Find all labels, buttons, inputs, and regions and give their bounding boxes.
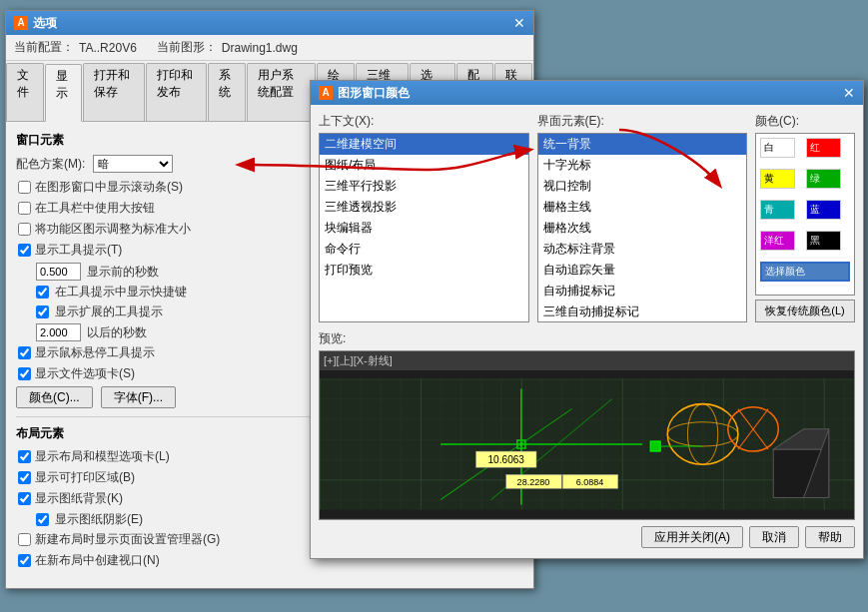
color-white[interactable]: 白 (760, 138, 795, 158)
context-item-print-preview[interactable]: 打印预览 (320, 260, 528, 281)
interface-label: 界面元素(E): (537, 113, 748, 130)
lcb1-label: 显示布局和模型选项卡(L) (35, 448, 170, 465)
color-button[interactable]: 颜色(C)... (16, 386, 93, 408)
cb3-label: 将功能区图示调整为标准大小 (35, 221, 191, 238)
context-list[interactable]: 二维建模空间 图纸/布局 三维平行投影 三维透视投影 块编辑器 命令行 打印预览 (319, 133, 529, 322)
file-tab-checkbox[interactable] (18, 367, 31, 380)
preview-header: [+][上][X-射线] (320, 351, 854, 370)
preview-canvas: [+][上][X-射线] (319, 350, 855, 520)
interface-item-autosnap[interactable]: 自动捕捉标记 (538, 281, 747, 302)
context-item-cmdline[interactable]: 命令行 (320, 239, 528, 260)
color-dialog-title: A 图形窗口颜色 (319, 85, 410, 102)
main-dialog-title: A 选项 (14, 15, 57, 32)
interface-item-autotrack[interactable]: 自动追踪矢量 (538, 260, 747, 281)
cancel-button[interactable]: 取消 (749, 526, 799, 548)
current-config-value: TA..R20V6 (79, 41, 137, 55)
large-btn-checkbox[interactable] (18, 202, 31, 215)
interface-item-grid-major[interactable]: 栅格主线 (538, 197, 747, 218)
color-scheme-label: 配色方案(M): (16, 156, 85, 173)
tab-display[interactable]: 显示 (45, 64, 83, 122)
current-drawing-value: Drawing1.dwg (222, 41, 298, 55)
main-dialog-title-text: 选项 (33, 15, 57, 32)
context-item-block-editor[interactable]: 块编辑器 (320, 218, 528, 239)
context-item-2d[interactable]: 二维建模空间 (320, 134, 528, 155)
scroll-bar-checkbox[interactable] (18, 181, 31, 194)
ext-tooltip-checkbox[interactable] (36, 306, 49, 318)
tab-open-save[interactable]: 打开和保存 (83, 63, 144, 121)
color-black[interactable]: 黑 (806, 231, 841, 251)
context-item-3d-perspective[interactable]: 三维透视投影 (320, 197, 528, 218)
color-dialog: A 图形窗口颜色 ✕ 上下文(X): 二维建模空间 图纸/布局 三维平行投影 三… (310, 80, 864, 559)
color-scheme-select[interactable]: 暗 明 (93, 155, 173, 173)
mcb2-label: 显示文件选项卡(S) (35, 365, 135, 382)
tooltip-delay-input[interactable] (36, 263, 81, 281)
tab-print-publish[interactable]: 打印和发布 (146, 63, 207, 121)
color-dialog-icon: A (319, 86, 333, 100)
interface-item-viewport[interactable]: 视口控制 (538, 176, 747, 197)
context-item-3d-parallel[interactable]: 三维平行投影 (320, 176, 528, 197)
preview-section: 预览: [+][上][X-射线] (319, 330, 855, 520)
cb4-label: 显示工具提示(T) (35, 242, 122, 259)
lcb6-label: 在新布局中创建视口(N) (35, 552, 160, 569)
current-config-label: 当前配置： (14, 39, 74, 56)
tab-user-config[interactable]: 用户系统配置 (247, 63, 316, 121)
main-dialog-icon: A (14, 16, 28, 30)
color-select[interactable]: 选择颜色 (760, 262, 850, 282)
preview-svg: 10.6063 28.2280 6.0884 (320, 370, 854, 518)
font-button[interactable]: 字体(F)... (101, 386, 176, 408)
new-viewport-checkbox[interactable] (18, 554, 31, 567)
color-dialog-close[interactable]: ✕ (843, 86, 855, 100)
svg-text:28.2280: 28.2280 (517, 477, 550, 487)
interface-item-cursor[interactable]: 十字光标 (538, 155, 747, 176)
restore-colors-button[interactable]: 恢复传统颜色(L) (755, 300, 855, 322)
color-yellow[interactable]: 黄 (760, 169, 795, 189)
tooltip-checkbox[interactable] (18, 244, 31, 257)
help-button[interactable]: 帮助 (805, 526, 855, 548)
current-drawing-item: 当前图形： Drawing1.dwg (157, 39, 298, 56)
ext-delay-input[interactable] (36, 323, 81, 341)
interface-item-grid-minor[interactable]: 栅格次线 (538, 218, 747, 239)
color-blue[interactable]: 蓝 (806, 200, 841, 220)
context-item-sheet[interactable]: 图纸/布局 (320, 155, 528, 176)
color-dialog-top: 上下文(X): 二维建模空间 图纸/布局 三维平行投影 三维透视投影 块编辑器 … (319, 113, 855, 322)
current-drawing-label: 当前图形： (157, 39, 217, 56)
shortcut-key-checkbox[interactable] (36, 286, 49, 299)
current-config-bar: 当前配置： TA..R20V6 当前图形： Drawing1.dwg (6, 35, 533, 61)
paper-shadow-checkbox[interactable] (36, 513, 49, 526)
interface-item-bg[interactable]: 统一背景 (538, 134, 747, 155)
lcb4-label: 显示图纸阴影(E) (55, 511, 143, 528)
cb2-label: 在工具栏中使用大按钮 (35, 200, 155, 217)
ribbon-size-checkbox[interactable] (18, 223, 31, 236)
scb1-label: 在工具提示中显示快捷键 (55, 284, 187, 301)
apply-close-button[interactable]: 应用并关闭(A) (641, 526, 743, 548)
interface-panel: 界面元素(E): 统一背景 十字光标 视口控制 栅格主线 栅格次线 动态标注背景… (537, 113, 748, 322)
hover-tooltip-checkbox[interactable] (18, 346, 31, 359)
mcb1-label: 显示鼠标悬停工具提示 (35, 344, 155, 361)
svg-text:6.0884: 6.0884 (576, 477, 604, 487)
layout-model-tab-checkbox[interactable] (18, 450, 31, 463)
color-magenta[interactable]: 洋红 (760, 231, 795, 251)
color-dialog-buttons: 应用并关闭(A) 取消 帮助 (319, 520, 855, 550)
tab-file[interactable]: 文件 (6, 63, 44, 121)
page-setup-checkbox[interactable] (18, 533, 31, 546)
print-area-checkbox[interactable] (18, 471, 31, 484)
context-panel: 上下文(X): 二维建模空间 图纸/布局 三维平行投影 三维透视投影 块编辑器 … (319, 113, 529, 322)
color-red[interactable]: 红 (806, 138, 841, 158)
preview-content: 10.6063 28.2280 6.0884 (320, 370, 854, 518)
cb1-label: 在图形窗口中显示滚动条(S) (35, 179, 183, 196)
interface-list[interactable]: 统一背景 十字光标 视口控制 栅格主线 栅格次线 动态标注背景 自动追踪矢量 自… (537, 133, 748, 322)
color-cyan[interactable]: 青 (760, 200, 795, 220)
context-label: 上下文(X): (319, 113, 529, 130)
ext-delay-label: 以后的秒数 (87, 324, 147, 341)
lcb5-label: 新建布局时显示页面设置管理器(G) (35, 531, 220, 548)
color-grid: 白 红 黄 绿 青 蓝 洋红 黑 选择颜色 (755, 133, 855, 296)
lcb2-label: 显示可打印区域(B) (35, 469, 135, 486)
interface-item-3d-snap[interactable]: 三维自动捕捉标记 (538, 302, 747, 322)
color-dialog-titlebar: A 图形窗口颜色 ✕ (311, 81, 863, 105)
tab-system[interactable]: 系统 (208, 63, 246, 121)
paper-bg-checkbox[interactable] (18, 492, 31, 505)
interface-item-dim-bg[interactable]: 动态标注背景 (538, 239, 747, 260)
main-dialog-close[interactable]: ✕ (513, 16, 525, 30)
color-green[interactable]: 绿 (806, 169, 841, 189)
tooltip-delay-label: 显示前的秒数 (87, 264, 159, 281)
